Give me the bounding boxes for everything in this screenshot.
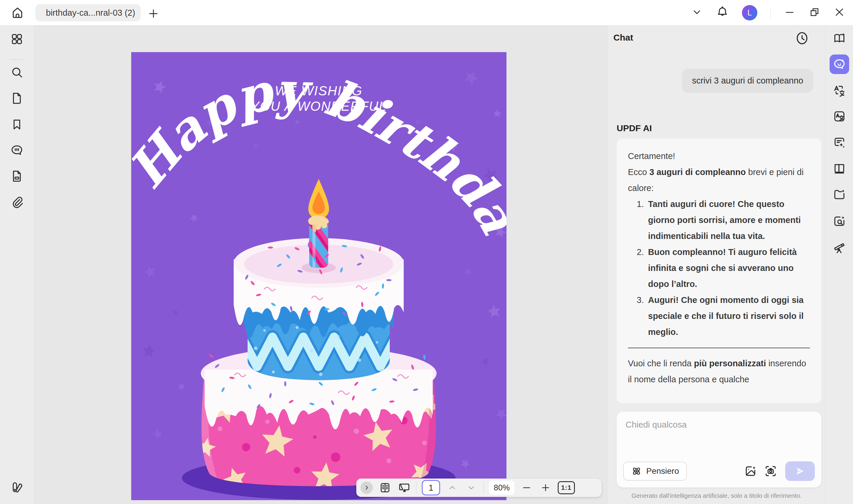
- ai-greeting: Certamente!: [628, 148, 810, 164]
- close-button[interactable]: [833, 6, 845, 19]
- ai-summary-icon[interactable]: [832, 135, 847, 149]
- ai-wishes-list: Tanti auguri di cuore! Che questo giorno…: [628, 196, 810, 340]
- ai-response-card: Certamente! Ecco 3 auguri di compleanno …: [617, 139, 821, 403]
- zoom-out-button[interactable]: [520, 481, 533, 494]
- list-item: Tanti auguri di cuore! Che questo giorno…: [646, 196, 810, 244]
- avatar[interactable]: L: [742, 5, 757, 20]
- chat-panel-title: Chat: [614, 33, 633, 43]
- color-palette-icon[interactable]: [10, 480, 24, 494]
- collapse-bar-button[interactable]: [360, 482, 373, 494]
- ai-sender-label: UPDF AI: [617, 123, 652, 133]
- comments-icon[interactable]: [10, 143, 24, 157]
- chat-input-box[interactable]: Chiedi qualcosa Pensiero: [617, 412, 821, 487]
- next-page-button[interactable]: [464, 481, 478, 494]
- ai-read-book-icon[interactable]: [832, 31, 847, 46]
- left-sidebar: [0, 25, 34, 504]
- attachment-paperclip-icon[interactable]: [10, 195, 24, 209]
- page-icon[interactable]: [10, 91, 24, 105]
- document-canvas[interactable]: WE WISHING YOU A WONDERFUL Happy birthda…: [34, 25, 608, 504]
- user-message-bubble: scrivi 3 auguri di compleanno: [682, 69, 813, 93]
- insert-image-icon[interactable]: [743, 464, 758, 479]
- restore-button[interactable]: [808, 6, 820, 19]
- thinking-mode-label: Pensiero: [646, 466, 679, 476]
- presentation-mode-icon[interactable]: [397, 481, 411, 494]
- ai-disclaimer: Generato dall'intelligenza artificiale, …: [608, 492, 825, 499]
- send-button[interactable]: [785, 461, 815, 481]
- two-page-view-icon[interactable]: [378, 481, 392, 494]
- ai-tools-rail: [825, 25, 853, 504]
- minimize-button[interactable]: [784, 6, 796, 19]
- title-bar: birthday-ca...nral-03 (2) L: [0, 0, 853, 25]
- divider: [770, 7, 771, 19]
- chevron-down-icon[interactable]: [691, 6, 703, 19]
- page-field-icon[interactable]: [10, 169, 24, 183]
- ai-chat-tab-active[interactable]: [830, 54, 849, 74]
- ai-chat-panel: Chat scrivi 3 auguri di compleanno UPDF …: [608, 25, 825, 504]
- page-navigation-bar: 1 80% 1:1: [356, 479, 602, 497]
- previous-page-button[interactable]: [445, 481, 459, 494]
- search-icon[interactable]: [10, 65, 24, 79]
- telescope-icon[interactable]: [832, 241, 847, 255]
- send-plane-icon: [794, 465, 806, 477]
- zoom-in-button[interactable]: [539, 481, 552, 494]
- notifications-bell-icon[interactable]: [716, 6, 729, 20]
- ai-intro: Ecco 3 auguri di compleanno brevi e pien…: [628, 164, 810, 196]
- thinking-mode-button[interactable]: Pensiero: [623, 462, 687, 481]
- translate-page-icon[interactable]: [832, 109, 847, 124]
- history-clock-icon[interactable]: [795, 31, 810, 46]
- ai-followup: Vuoi che li renda più personalizzati ins…: [628, 355, 810, 387]
- reader-book-icon[interactable]: [832, 161, 847, 176]
- atom-icon: [631, 466, 642, 477]
- new-tab-button[interactable]: [147, 8, 159, 20]
- screenshot-camera-icon[interactable]: [763, 464, 778, 479]
- ai-search-icon[interactable]: [832, 214, 847, 228]
- birthday-card-page[interactable]: WE WISHING YOU A WONDERFUL Happy birthda…: [131, 52, 507, 500]
- home-icon[interactable]: [11, 6, 24, 20]
- divider: [11, 59, 23, 60]
- list-item: Buon compleanno! Ti auguro felicità infi…: [646, 244, 810, 292]
- list-item: Auguri! Che ogni momento di oggi sia spe…: [646, 292, 810, 340]
- divider: [416, 482, 416, 493]
- document-tab[interactable]: birthday-ca...nral-03 (2): [35, 4, 141, 21]
- tab-title: birthday-ca...nral-03 (2): [46, 8, 135, 18]
- chat-input-placeholder: Chiedi qualcosa: [625, 420, 813, 430]
- thumbnails-grid-icon[interactable]: [10, 32, 24, 46]
- ai-files-folder-icon[interactable]: [832, 187, 847, 202]
- response-divider: [628, 348, 810, 348]
- actual-size-button[interactable]: 1:1: [558, 481, 575, 494]
- bookmark-icon[interactable]: [10, 117, 24, 131]
- translate-icon[interactable]: [832, 84, 847, 98]
- page-number-input[interactable]: 1: [422, 480, 440, 496]
- zoom-level-field[interactable]: 80%: [489, 481, 514, 495]
- divider: [483, 482, 484, 493]
